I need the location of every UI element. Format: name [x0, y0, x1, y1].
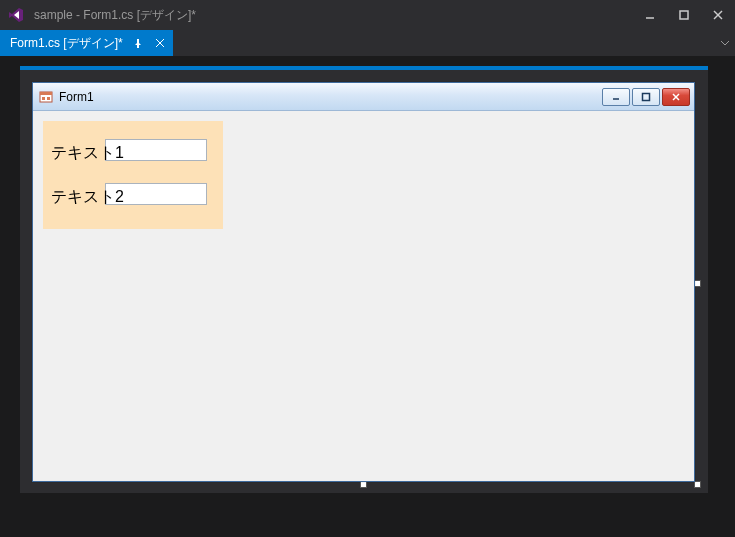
resize-handle-right[interactable]: [694, 280, 701, 287]
panel1[interactable]: テキスト1 テキスト2: [43, 121, 223, 229]
minimize-button[interactable]: [633, 2, 667, 28]
form-client-area[interactable]: テキスト1 テキスト2: [33, 111, 694, 481]
tab-overflow-dropdown[interactable]: [715, 30, 735, 56]
svg-rect-1: [680, 11, 688, 19]
form-maximize-button[interactable]: [632, 88, 660, 106]
form-close-button[interactable]: [662, 88, 690, 106]
form-icon: [39, 90, 53, 104]
resize-handle-bottom-right[interactable]: [694, 481, 701, 488]
form-titlebar[interactable]: Form1: [33, 83, 694, 111]
window-title: sample - Form1.cs [デザイン]*: [34, 7, 633, 24]
label2[interactable]: テキスト2: [51, 187, 124, 208]
tab-close-icon[interactable]: [153, 36, 167, 50]
maximize-button[interactable]: [667, 2, 701, 28]
form-title: Form1: [59, 90, 602, 104]
svg-rect-8: [42, 97, 45, 100]
close-button[interactable]: [701, 2, 735, 28]
tab-label: Form1.cs [デザイン]*: [10, 35, 123, 52]
form-minimize-button[interactable]: [602, 88, 630, 106]
label2-row: テキスト2: [51, 183, 124, 211]
form-window[interactable]: Form1 テキス: [32, 82, 695, 482]
pin-icon[interactable]: [131, 36, 145, 50]
visual-studio-icon: [6, 5, 26, 25]
form-window-controls: [602, 88, 694, 106]
vs-titlebar: sample - Form1.cs [デザイン]*: [0, 0, 735, 30]
tab-form1-designer[interactable]: Form1.cs [デザイン]*: [0, 30, 173, 56]
svg-rect-7: [40, 92, 52, 95]
svg-rect-9: [47, 97, 50, 100]
designer-viewport: Form1 テキス: [0, 56, 735, 537]
svg-rect-11: [643, 93, 650, 100]
document-tabstrip: Form1.cs [デザイン]*: [0, 30, 735, 56]
window-buttons: [633, 2, 735, 28]
label1[interactable]: テキスト1: [51, 143, 124, 164]
label1-row: テキスト1: [51, 139, 124, 167]
design-surface[interactable]: Form1 テキス: [20, 66, 708, 493]
resize-handle-bottom[interactable]: [360, 481, 367, 488]
